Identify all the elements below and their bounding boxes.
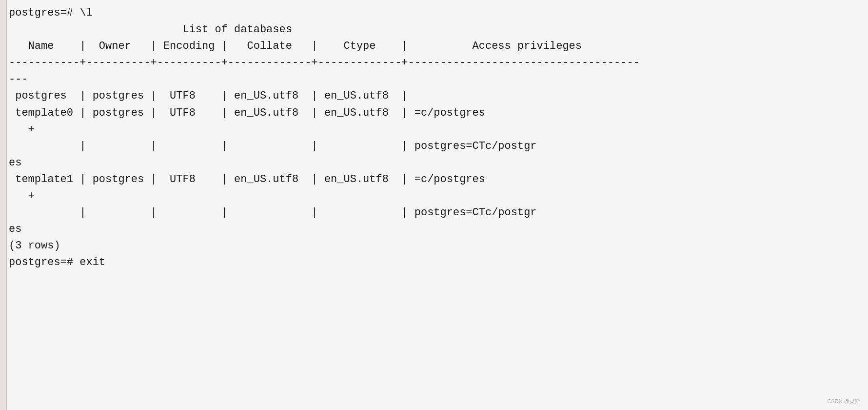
terminal-line-col-headers: Name | Owner | Encoding | Collate | Ctyp… (0, 38, 868, 55)
terminal-window: postgres=# \l List of databases Name | O… (0, 0, 868, 410)
terminal-line-rowcount: (3 rows) (0, 238, 868, 254)
terminal-line-row3c: | | | | | postgres=CTc/postgr (0, 205, 868, 221)
left-border-decoration (0, 0, 7, 410)
terminal-content: postgres=# \l List of databases Name | O… (0, 5, 868, 271)
terminal-line-row3b: + (0, 188, 868, 205)
terminal-line-separator: -----------+----------+----------+------… (0, 55, 868, 71)
watermark: CSDN @灵斯 (828, 398, 860, 405)
terminal-line-row2c: | | | | | postgres=CTc/postgr (0, 138, 868, 155)
terminal-line-row3a: template1 | postgres | UTF8 | en_US.utf8… (0, 171, 868, 188)
terminal-line-row2b: + (0, 122, 868, 138)
terminal-line-list-header-title: List of databases (0, 21, 868, 38)
terminal-line-row3d: es (0, 221, 868, 238)
terminal-line-row2a: template0 | postgres | UTF8 | en_US.utf8… (0, 105, 868, 122)
terminal-line-cmd2: postgres=# exit (0, 254, 868, 271)
terminal-line-sep2: --- (0, 71, 868, 88)
terminal-line-row1: postgres | postgres | UTF8 | en_US.utf8 … (0, 88, 868, 104)
terminal-line-row2d: es (0, 155, 868, 171)
terminal-line-cmd1: postgres=# \l (0, 5, 868, 21)
